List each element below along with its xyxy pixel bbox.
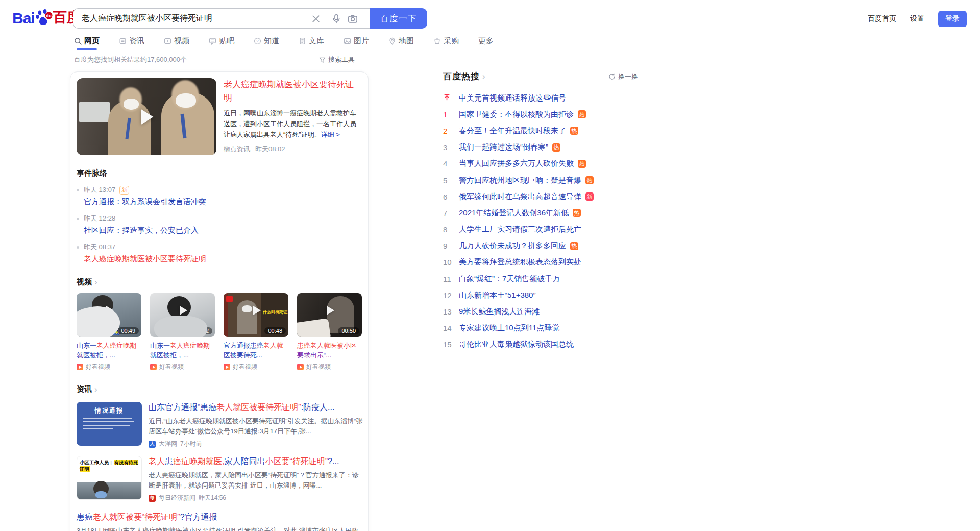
microphone-icon[interactable] bbox=[331, 14, 341, 24]
timeline-link[interactable]: 官方通报：双方系误会引发言语冲突 bbox=[84, 197, 362, 207]
hot-search-link[interactable]: 警方回应杭州地区现巨响：疑是音爆 bbox=[459, 176, 581, 185]
link-baidu-home[interactable]: 百度首页 bbox=[868, 14, 896, 23]
hot-search-item[interactable]: 12山东新增本土“51+380” bbox=[443, 287, 638, 303]
source-name[interactable]: 椒点资讯 bbox=[224, 144, 250, 154]
video-thumbnail[interactable]: 什么叫待死证00:48 bbox=[224, 293, 288, 337]
hot-search-link[interactable]: 中美元首视频通话释放这些信号 bbox=[459, 93, 566, 103]
hot-search-link[interactable]: 春分至！全年升温最快时段来了 bbox=[459, 126, 566, 136]
source-name[interactable]: 大洋网 bbox=[159, 440, 177, 448]
chevron-right-icon[interactable]: › bbox=[94, 385, 97, 394]
timeline-item[interactable]: 昨天 13:07新官方通报：双方系误会引发言语冲突 bbox=[77, 185, 362, 207]
hot-search-link[interactable]: 山东新增本土“51+380” bbox=[459, 291, 535, 300]
news-thumbnail[interactable]: 情况通报 bbox=[77, 402, 142, 446]
hot-search-link[interactable]: 国家卫健委：不得以核酸为由拒诊 bbox=[459, 110, 574, 119]
news-thumbnail[interactable]: 小区工作人员：有没有待死证明 bbox=[77, 456, 142, 500]
search-button[interactable]: 百度一下 bbox=[370, 8, 427, 29]
news-title[interactable]: 患癌老人就医被要“待死证明”?官方通报 bbox=[77, 512, 362, 523]
video-card[interactable]: 老人癌症晚期就医被小区要待死证明00:49山东一老人癌症晚期就医被拒，...好看… bbox=[77, 293, 141, 371]
hot-search-item[interactable]: 3我们一起跨过这场“倒春寒”热 bbox=[443, 139, 638, 156]
tab-more[interactable]: 更多 bbox=[478, 36, 494, 46]
thumb-art bbox=[79, 102, 110, 122]
video-thumbnail[interactable]: 00:50 bbox=[297, 293, 362, 337]
news-title[interactable]: 山东官方通报“患癌老人就医被要待死证明”:防疫人... bbox=[149, 402, 363, 413]
tab-webpage[interactable]: 网页 bbox=[74, 36, 100, 46]
news-item[interactable]: 小区工作人员：有没有待死证明老人患癌症晚期就医,家人陪同出小区要“待死证明”?.… bbox=[77, 456, 362, 502]
title-segment: 山东官方通报“患癌 bbox=[149, 403, 216, 412]
hot-search-item[interactable]: 72021年结婚登记人数创36年新低热 bbox=[443, 205, 638, 221]
search-box[interactable] bbox=[73, 8, 370, 29]
tab-tieba[interactable]: 贴吧 bbox=[209, 36, 234, 46]
video-title[interactable]: 患癌老人就医被小区要求出示“... bbox=[297, 341, 362, 360]
detail-link[interactable]: 详细 > bbox=[321, 131, 340, 138]
hot-search-item[interactable]: 4当事人回应拼多多六万人砍价失败热 bbox=[443, 156, 638, 172]
tab-news[interactable]: 资讯 bbox=[119, 36, 144, 46]
source-name[interactable]: 好看视频 bbox=[86, 363, 110, 371]
hot-search-link[interactable]: 美方要将拜登总统积极表态落到实处 bbox=[459, 257, 581, 267]
baidu-logo[interactable]: Bai du 百度 bbox=[12, 8, 81, 27]
hot-search-item[interactable]: 中美元首视频通话释放这些信号 bbox=[443, 90, 638, 106]
tab-caigou[interactable]: 采购 bbox=[433, 36, 459, 46]
hot-search-link[interactable]: 2021年结婚登记人数创36年新低 bbox=[459, 208, 569, 218]
video-title[interactable]: 山东一老人癌症晚期就医被拒，... bbox=[77, 341, 141, 360]
camera-icon[interactable] bbox=[348, 14, 358, 24]
hot-search-item[interactable]: 1国家卫健委：不得以核酸为由拒诊热 bbox=[443, 106, 638, 123]
hot-search-link[interactable]: 9米长鲸鱼搁浅大连海滩 bbox=[459, 307, 540, 317]
news-title[interactable]: 老人患癌症晚期就医,家人陪同出小区要“待死证明”?... bbox=[149, 456, 363, 467]
search-input[interactable] bbox=[74, 9, 370, 28]
hot-search-item[interactable]: 15哥伦比亚大毒枭越狱惊动该国总统 bbox=[443, 336, 638, 353]
hot-search-link[interactable]: 专家建议晚上10点到11点睡觉 bbox=[459, 323, 559, 333]
news-item[interactable]: 情况通报山东官方通报“患癌老人就医被要待死证明”:防疫人...近日,“山东老人癌… bbox=[77, 402, 362, 448]
tab-video[interactable]: 视频 bbox=[164, 36, 189, 46]
refresh-button[interactable]: 换一换 bbox=[608, 72, 638, 81]
hot-search-item[interactable]: 6俄军缘何此时在乌祭出高超音速导弹新 bbox=[443, 188, 638, 205]
timeline-item[interactable]: 昨天 12:28社区回应：捏造事实，公安已介入 bbox=[77, 214, 362, 235]
hot-search-link[interactable]: 几万人砍价未成功？拼多多回应 bbox=[459, 241, 566, 251]
timeline-link[interactable]: 老人癌症晚期就医被小区要待死证明 bbox=[84, 254, 362, 264]
result-title[interactable]: 老人癌症晚期就医被小区要待死证明 bbox=[224, 78, 362, 105]
hot-search-item[interactable]: 11白象“爆红”：7天销售额破千万 bbox=[443, 271, 638, 287]
clear-icon[interactable] bbox=[311, 14, 321, 24]
hot-search-item[interactable]: 10美方要将拜登总统积极表态落到实处 bbox=[443, 254, 638, 271]
tab-wenku[interactable]: 文库 bbox=[299, 36, 324, 46]
link-settings[interactable]: 设置 bbox=[910, 14, 924, 23]
hot-search-link[interactable]: 哥伦比亚大毒枭越狱惊动该国总统 bbox=[459, 340, 574, 349]
source-name[interactable]: 好看视频 bbox=[233, 363, 257, 371]
video-thumbnail[interactable]: 00:32 bbox=[150, 293, 215, 337]
hot-search-item[interactable]: 139米长鲸鱼搁浅大连海滩 bbox=[443, 303, 638, 320]
video-title[interactable]: 官方通报患癌老人就医被要待死... bbox=[224, 341, 288, 360]
source-name[interactable]: 好看视频 bbox=[159, 363, 184, 371]
video-card[interactable]: 00:50患癌老人就医被小区要求出示“...好看视频 bbox=[297, 293, 362, 371]
results-info-row: 百度为您找到相关结果约17,600,000个 搜索工具 bbox=[74, 55, 355, 64]
title-segment: 小区要“待死证明” bbox=[265, 457, 328, 466]
hot-search-link[interactable]: 我们一起跨过这场“倒春寒” bbox=[459, 142, 548, 152]
tab-zhidao[interactable]: ?知道 bbox=[254, 36, 279, 46]
video-card[interactable]: 什么叫待死证00:48官方通报患癌老人就医被要待死...好看视频 bbox=[224, 293, 288, 371]
source-name[interactable]: 每日经济新闻 bbox=[159, 494, 195, 502]
timeline-item[interactable]: 昨天 08:37老人癌症晚期就医被小区要待死证明 bbox=[77, 243, 362, 264]
tab-map[interactable]: 地图 bbox=[388, 36, 414, 46]
video-title[interactable]: 山东一老人癌症晚期就医被拒，... bbox=[150, 341, 215, 360]
hot-search-link[interactable]: 大学生工厂实习请假三次遭拒后死亡 bbox=[459, 225, 581, 234]
hot-search-item[interactable]: 2春分至！全年升温最快时段来了热 bbox=[443, 123, 638, 139]
video-thumbnail[interactable] bbox=[77, 78, 216, 155]
hot-search-title[interactable]: 百度热搜 bbox=[443, 70, 480, 82]
news-item[interactable]: 患癌老人就医被要“待死证明”?官方通报3月18日,网曝山东老人癌症晚期就医被小区… bbox=[77, 512, 362, 531]
hot-rank: 10 bbox=[443, 258, 453, 267]
tab-image[interactable]: 图片 bbox=[344, 36, 369, 46]
hot-search-link[interactable]: 当事人回应拼多多六万人砍价失败 bbox=[459, 159, 574, 168]
search-tools-button[interactable]: 搜索工具 bbox=[319, 55, 355, 64]
chevron-right-icon[interactable]: › bbox=[94, 278, 97, 286]
hot-search-item[interactable]: 9几万人砍价未成功？拼多多回应热 bbox=[443, 238, 638, 254]
login-button[interactable]: 登录 bbox=[938, 11, 967, 27]
video-thumbnail[interactable]: 老人癌症晚期就医被小区要待死证明00:49 bbox=[77, 293, 141, 337]
input-divider bbox=[325, 14, 325, 24]
hot-search-link[interactable]: 俄军缘何此时在乌祭出高超音速导弹 bbox=[459, 192, 581, 202]
hot-search-item[interactable]: 14专家建议晚上10点到11点睡觉 bbox=[443, 320, 638, 336]
hot-search-item[interactable]: 5警方回应杭州地区现巨响：疑是音爆热 bbox=[443, 172, 638, 188]
hot-search-link[interactable]: 白象“爆红”：7天销售额破千万 bbox=[459, 274, 560, 284]
timeline-link[interactable]: 社区回应：捏造事实，公安已介入 bbox=[84, 226, 362, 235]
chevron-right-icon[interactable]: › bbox=[482, 72, 485, 81]
source-name[interactable]: 好看视频 bbox=[306, 363, 331, 371]
hot-search-item[interactable]: 8大学生工厂实习请假三次遭拒后死亡 bbox=[443, 222, 638, 238]
video-card[interactable]: 00:32山东一老人癌症晚期就医被拒，...好看视频 bbox=[150, 293, 215, 371]
